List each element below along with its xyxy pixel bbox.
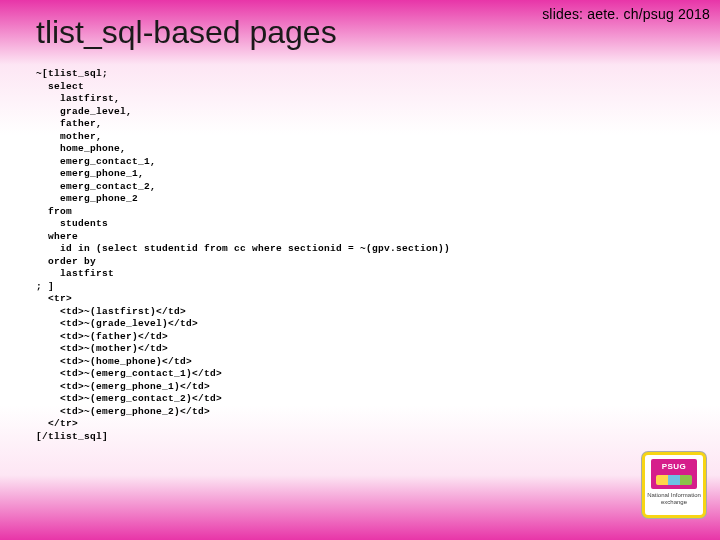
code-block: ~[tlist_sql; select lastfirst, grade_lev…: [36, 68, 450, 443]
page-title: tlist_sql-based pages: [36, 14, 337, 51]
logo-caption: National Information exchange: [645, 492, 703, 506]
slides-link: slides: aete. ch/psug 2018: [542, 6, 710, 22]
psug-logo: National Information exchange: [642, 452, 706, 518]
psug-sign-icon: [651, 459, 697, 489]
